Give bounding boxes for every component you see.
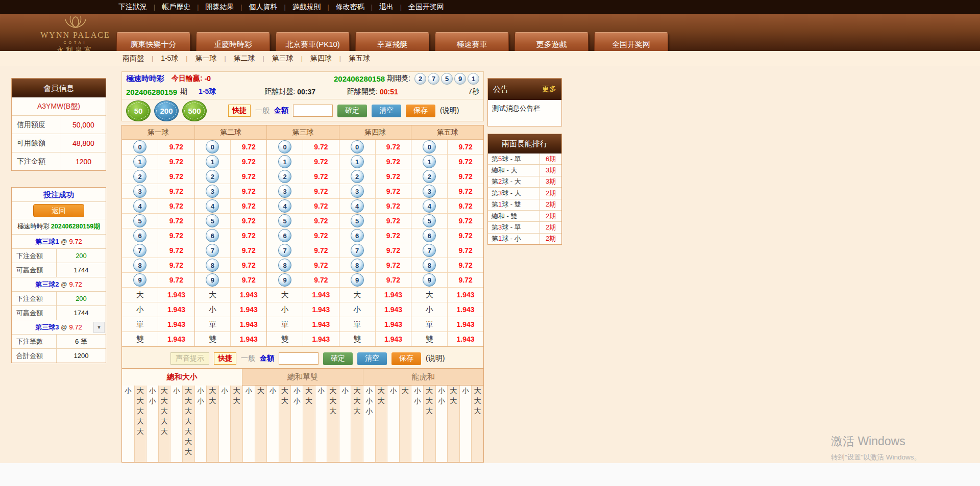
bet-number-cell[interactable]: 2	[339, 169, 376, 184]
top-nav-link[interactable]: 個人資料	[249, 3, 277, 12]
sub-nav-link[interactable]: 第四球	[310, 54, 332, 63]
bet-number-cell[interactable]: 8	[339, 258, 376, 272]
bet-odds-cell[interactable]: 1.943	[303, 317, 339, 331]
bet-side-cell[interactable]: 雙	[267, 332, 303, 346]
bet-odds-cell[interactable]: 1.943	[376, 332, 411, 346]
bet-odds-cell[interactable]: 9.72	[231, 184, 266, 198]
bet-number-cell[interactable]: 2	[122, 169, 158, 184]
bet-side-cell[interactable]: 單	[339, 317, 376, 331]
bet-odds-cell[interactable]: 9.72	[376, 273, 411, 287]
bet-odds-cell[interactable]: 1.943	[231, 332, 266, 346]
bet-odds-cell[interactable]: 9.72	[303, 199, 339, 213]
bet-number-cell[interactable]: 9	[411, 273, 448, 287]
bet-number-cell[interactable]: 4	[195, 199, 231, 213]
sound-alert-button[interactable]: 声音提示	[170, 352, 209, 365]
quick-mode-button-bottom[interactable]: 快捷	[214, 352, 236, 365]
confirm-button-top[interactable]: 確定	[337, 105, 367, 117]
bet-odds-cell[interactable]: 1.943	[303, 302, 339, 317]
bet-odds-cell[interactable]: 9.72	[158, 140, 194, 154]
bet-number-cell[interactable]: 7	[339, 243, 376, 258]
bet-side-cell[interactable]: 單	[195, 317, 231, 331]
bet-number-cell[interactable]: 5	[339, 214, 376, 228]
bet-side-cell[interactable]: 小	[195, 302, 231, 317]
bet-number-cell[interactable]: 3	[267, 184, 303, 198]
bet-number-cell[interactable]: 0	[195, 140, 231, 154]
chip-500[interactable]: 500	[182, 100, 207, 121]
bet-odds-cell[interactable]: 9.72	[376, 258, 411, 272]
bet-number-cell[interactable]: 8	[267, 258, 303, 272]
bet-odds-cell[interactable]: 9.72	[448, 169, 483, 184]
bet-number-cell[interactable]: 6	[195, 228, 231, 243]
bet-number-cell[interactable]: 9	[122, 273, 158, 287]
clear-button-top[interactable]: 清空	[372, 105, 401, 117]
bet-number-cell[interactable]: 0	[339, 140, 376, 154]
quick-mode-button[interactable]: 快捷	[228, 105, 251, 117]
bet-number-cell[interactable]: 1	[339, 155, 376, 169]
bet-side-cell[interactable]: 小	[122, 302, 158, 317]
bet-number-cell[interactable]: 8	[195, 258, 231, 272]
bet-number-cell[interactable]: 5	[195, 214, 231, 228]
bet-odds-cell[interactable]: 9.72	[448, 273, 483, 287]
bet-number-cell[interactable]: 6	[339, 228, 376, 243]
scroll-down-button[interactable]: ▼	[93, 322, 105, 333]
bet-number-cell[interactable]: 2	[267, 169, 303, 184]
bet-odds-cell[interactable]: 9.72	[376, 199, 411, 213]
bet-odds-cell[interactable]: 9.72	[303, 214, 339, 228]
top-nav-link[interactable]: 退出	[379, 3, 394, 12]
bet-number-cell[interactable]: 1	[195, 155, 231, 169]
bet-side-cell[interactable]: 大	[339, 288, 376, 302]
top-nav-link[interactable]: 遊戲規則	[292, 3, 321, 12]
bet-odds-cell[interactable]: 9.72	[158, 243, 194, 258]
top-nav-link[interactable]: 帳戶歷史	[162, 3, 190, 12]
bet-number-cell[interactable]: 7	[195, 243, 231, 258]
bet-odds-cell[interactable]: 9.72	[376, 228, 411, 243]
bet-number-cell[interactable]: 9	[195, 273, 231, 287]
amount-input-bottom[interactable]	[279, 352, 318, 365]
bet-odds-cell[interactable]: 9.72	[303, 155, 339, 169]
bet-odds-cell[interactable]: 1.943	[158, 332, 194, 346]
bet-number-cell[interactable]: 7	[267, 243, 303, 258]
bet-odds-cell[interactable]: 1.943	[231, 317, 266, 331]
bet-number-cell[interactable]: 5	[267, 214, 303, 228]
bet-odds-cell[interactable]: 1.943	[448, 288, 483, 302]
bet-odds-cell[interactable]: 9.72	[448, 228, 483, 243]
bet-number-cell[interactable]: 1	[267, 155, 303, 169]
bet-number-cell[interactable]: 1	[122, 155, 158, 169]
bet-odds-cell[interactable]: 9.72	[448, 243, 483, 258]
sub-nav-link[interactable]: 第一球	[195, 54, 216, 63]
bet-odds-cell[interactable]: 1.943	[376, 317, 411, 331]
save-button-bottom[interactable]: 保存	[391, 352, 421, 365]
bet-odds-cell[interactable]: 1.943	[158, 302, 194, 317]
bet-number-cell[interactable]: 4	[267, 199, 303, 213]
bet-odds-cell[interactable]: 9.72	[231, 258, 266, 272]
back-button[interactable]: 返回	[33, 204, 84, 217]
bet-number-cell[interactable]: 6	[122, 228, 158, 243]
amount-input-top[interactable]	[293, 105, 333, 117]
bet-odds-cell[interactable]: 1.943	[231, 288, 266, 302]
bet-number-cell[interactable]: 2	[411, 169, 448, 184]
bet-odds-cell[interactable]: 1.943	[448, 317, 483, 331]
bet-side-cell[interactable]: 單	[122, 317, 158, 331]
bet-odds-cell[interactable]: 9.72	[303, 169, 339, 184]
bet-number-cell[interactable]: 2	[195, 169, 231, 184]
bet-odds-cell[interactable]: 1.943	[448, 302, 483, 317]
top-nav-link[interactable]: 開獎結果	[205, 3, 234, 12]
bet-number-cell[interactable]: 9	[339, 273, 376, 287]
bet-side-cell[interactable]: 大	[411, 288, 448, 302]
bet-odds-cell[interactable]: 9.72	[303, 273, 339, 287]
bet-side-cell[interactable]: 大	[267, 288, 303, 302]
bet-odds-cell[interactable]: 1.943	[376, 302, 411, 317]
note-link-top[interactable]: (说明)	[440, 106, 459, 115]
bet-side-cell[interactable]: 大	[195, 288, 231, 302]
bet-number-cell[interactable]: 7	[411, 243, 448, 258]
bet-number-cell[interactable]: 3	[195, 184, 231, 198]
normal-mode-label-bottom[interactable]: 一般	[241, 354, 255, 363]
top-nav-link[interactable]: 全国开奖网	[408, 3, 444, 12]
bet-odds-cell[interactable]: 9.72	[231, 140, 266, 154]
bet-odds-cell[interactable]: 9.72	[448, 155, 483, 169]
bet-number-cell[interactable]: 3	[122, 184, 158, 198]
bet-side-cell[interactable]: 單	[267, 317, 303, 331]
bet-odds-cell[interactable]: 9.72	[231, 273, 266, 287]
bet-odds-cell[interactable]: 1.943	[158, 317, 194, 331]
bet-odds-cell[interactable]: 9.72	[158, 228, 194, 243]
